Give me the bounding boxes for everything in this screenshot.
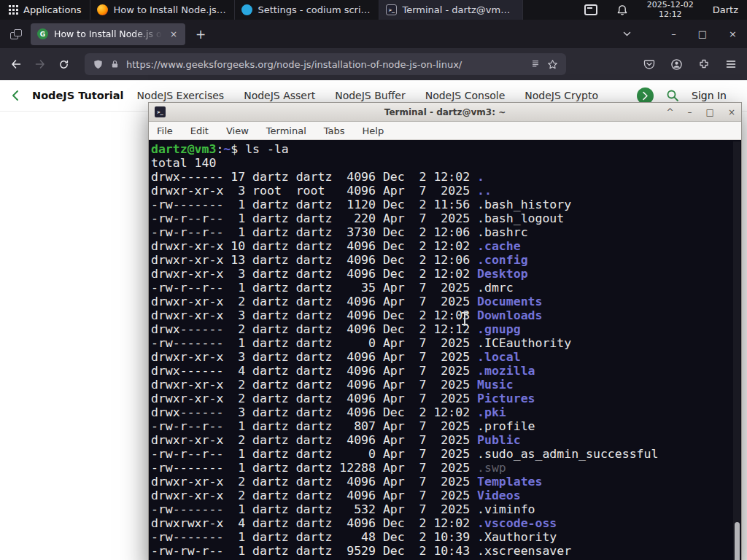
- menu-edit[interactable]: Edit: [190, 125, 209, 136]
- file-meta: drwxr-xr-x 3 dartz dartz 4096 Dec 2 12:0…: [151, 267, 477, 281]
- file-meta: drwxr-xr-x 3 dartz dartz 4096 Dec 2 12:0…: [151, 308, 477, 322]
- file-meta: -rw-r--r-- 1 dartz dartz 3730 Dec 2 12:0…: [151, 225, 477, 239]
- menu-terminal[interactable]: Terminal: [266, 125, 306, 136]
- file-meta: -rw------- 1 dartz dartz 12288 Apr 7 202…: [151, 461, 477, 475]
- window-minimize-button[interactable]: –: [671, 29, 676, 39]
- terminal-line: -rw-r--r-- 1 dartz dartz 807 Apr 7 2025 …: [151, 419, 741, 433]
- site-nav-link[interactable]: NodeJS Console: [425, 90, 506, 101]
- terminal-line: drwxr-xr-x 13 dartz dartz 4096 Dec 2 12:…: [151, 253, 741, 267]
- terminal-icon: >_: [386, 4, 397, 15]
- file-meta: drwxr-xr-x 13 dartz dartz 4096 Dec 2 12:…: [151, 253, 477, 267]
- terminal-maximize-button[interactable]: □: [706, 107, 714, 117]
- file-name: .dmrc: [477, 281, 514, 295]
- sign-in-button[interactable]: Sign In: [692, 90, 727, 101]
- terminal-listing: drwx------ 17 dartz dartz 4096 Dec 2 12:…: [151, 170, 741, 558]
- taskbar-item[interactable]: >_Terminal - dartz@vm3: ~: [379, 0, 523, 20]
- terminal-body[interactable]: dartz@vm3:~$ ls -la total 140 drwx------…: [149, 140, 741, 560]
- terminal-line: drwxr-xr-x 2 dartz dartz 4096 Apr 7 2025…: [151, 489, 741, 502]
- prompt-symbol: $: [231, 142, 245, 156]
- file-name: ..: [477, 184, 492, 198]
- window-close-button[interactable]: ×: [729, 29, 737, 39]
- nav-primary-link[interactable]: NodeJS Tutorial: [32, 90, 124, 101]
- pocket-icon[interactable]: [643, 58, 655, 70]
- tab-title: How to Install Node.js on: [54, 28, 163, 39]
- file-name: .sudo_as_admin_successful: [477, 447, 658, 461]
- tracking-shield-icon[interactable]: [93, 59, 104, 70]
- file-name: .pki: [477, 405, 506, 419]
- file-name: Documents: [477, 295, 542, 308]
- file-meta: drwxr-xr-x 3 dartz dartz 4096 Apr 7 2025: [151, 350, 477, 364]
- file-meta: drwxrwxr-x 4 dartz dartz 4096 Dec 2 12:0…: [151, 516, 477, 530]
- menu-help[interactable]: Help: [363, 125, 384, 136]
- reader-view-icon[interactable]: [530, 59, 541, 69]
- reload-button[interactable]: [58, 59, 69, 70]
- site-nav-link[interactable]: NodeJS Assert: [244, 90, 315, 101]
- file-meta: drwxr-xr-x 10 dartz dartz 4096 Dec 2 12:…: [151, 239, 477, 253]
- file-name: .gnupg: [477, 322, 521, 336]
- terminal-line: drwxr-xr-x 3 root root 4096 Apr 7 2025 .…: [151, 184, 741, 198]
- file-meta: drwxr-xr-x 2 dartz dartz 4096 Apr 7 2025: [151, 489, 477, 502]
- new-tab-button[interactable]: +: [196, 27, 206, 42]
- file-name: .viminfo: [477, 502, 535, 516]
- terminal-shade-button[interactable]: ^: [667, 107, 674, 117]
- bell-icon[interactable]: [616, 4, 628, 16]
- terminal-minimize-button[interactable]: –: [688, 107, 692, 117]
- applications-menu[interactable]: Applications: [0, 0, 90, 20]
- file-name: Videos: [477, 489, 521, 502]
- geeksforgeeks-favicon-icon: G: [37, 28, 48, 39]
- file-meta: -rw------- 1 dartz dartz 48 Dec 2 10:39: [151, 530, 477, 544]
- site-nav-link[interactable]: NodeJS Buffer: [335, 90, 406, 101]
- terminal-line: drwxr-xr-x 2 dartz dartz 4096 Apr 7 2025…: [151, 295, 741, 308]
- url-text: https://www.geeksforgeeks.org/node-js/in…: [126, 59, 524, 70]
- account-icon[interactable]: [670, 58, 683, 71]
- file-meta: drwxr-xr-x 2 dartz dartz 4096 Apr 7 2025: [151, 433, 477, 447]
- file-name: Templates: [477, 475, 542, 489]
- applications-label: Applications: [23, 4, 81, 15]
- window-buttons: – □ ×: [622, 29, 741, 39]
- mouse-cursor: [464, 313, 465, 324]
- terminal-titlebar[interactable]: >_ Terminal - dartz@vm3: ~ ^ – □ ×: [149, 103, 741, 122]
- lock-icon[interactable]: [110, 59, 120, 69]
- firefox-view-icon[interactable]: [10, 29, 22, 39]
- site-nav-link[interactable]: NodeJS Crypto: [525, 90, 598, 101]
- taskbar-item[interactable]: Settings - codium script...: [234, 0, 379, 20]
- terminal-line: drwx------ 17 dartz dartz 4096 Dec 2 12:…: [151, 170, 741, 184]
- bookmark-star-icon[interactable]: [547, 59, 558, 70]
- panel-indicators: 2025-12-02 12:12 Dartz: [584, 0, 747, 20]
- search-icon[interactable]: [666, 89, 679, 102]
- terminal-line: -rw------- 1 dartz dartz 1120 Dec 2 11:5…: [151, 198, 741, 211]
- window-maximize-button[interactable]: □: [698, 29, 707, 39]
- taskbar-item[interactable]: How to Install Node.js o...: [90, 0, 234, 20]
- terminal-title: Terminal - dartz@vm3: ~: [149, 107, 741, 117]
- terminal-scrollbar-thumb[interactable]: [735, 522, 740, 560]
- nav-prev-chevron-icon[interactable]: [12, 90, 19, 101]
- terminal-scrollbar[interactable]: [733, 141, 740, 560]
- terminal-close-button[interactable]: ×: [728, 107, 735, 117]
- tab-close-icon[interactable]: ×: [169, 29, 179, 39]
- user-label[interactable]: Dartz: [713, 4, 738, 15]
- menu-icon[interactable]: [725, 58, 737, 70]
- toolbar-right: [643, 58, 737, 71]
- terminal-line: drwx------ 2 dartz dartz 4096 Dec 2 12:1…: [151, 322, 741, 336]
- menu-tabs[interactable]: Tabs: [324, 125, 345, 136]
- extensions-icon[interactable]: [698, 58, 710, 70]
- terminal-menubar: FileEditViewTerminalTabsHelp: [149, 122, 741, 140]
- terminal-line: drwxr-xr-x 10 dartz dartz 4096 Dec 2 12:…: [151, 239, 741, 253]
- tray-terminal-icon[interactable]: [584, 4, 597, 15]
- terminal-line: drwxr-xr-x 2 dartz dartz 4096 Apr 7 2025…: [151, 392, 741, 405]
- back-button[interactable]: [10, 58, 22, 70]
- tab-list-chevron-icon[interactable]: [622, 29, 632, 39]
- file-meta: drwxr-xr-x 3 root root 4096 Apr 7 2025: [151, 184, 477, 198]
- site-nav-link[interactable]: NodeJS Exercises: [137, 90, 225, 101]
- file-meta: drwxr-xr-x 2 dartz dartz 4096 Apr 7 2025: [151, 392, 477, 405]
- terminal-line: drwx------ 3 dartz dartz 4096 Dec 2 12:0…: [151, 405, 741, 419]
- forward-button[interactable]: [34, 58, 46, 70]
- menu-file[interactable]: File: [157, 125, 173, 136]
- menu-view[interactable]: View: [226, 125, 249, 136]
- url-bar[interactable]: https://www.geeksforgeeks.org/node-js/in…: [85, 53, 566, 75]
- browser-tab[interactable]: G How to Install Node.js on ×: [31, 23, 185, 45]
- file-name: .xscreensaver: [477, 544, 571, 558]
- clock[interactable]: 2025-12-02 12:12: [647, 1, 694, 19]
- prompt-path: ~: [223, 142, 231, 156]
- file-name: Desktop: [477, 267, 528, 281]
